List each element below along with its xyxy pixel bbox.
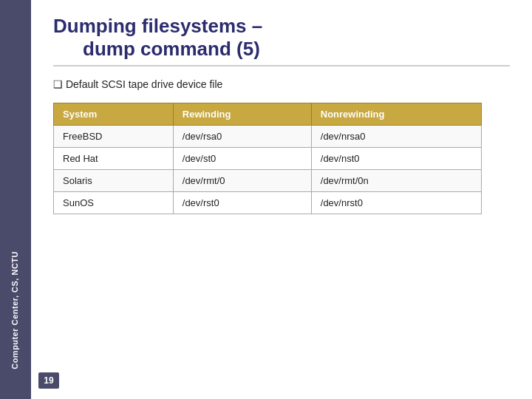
table-cell: Red Hat <box>54 148 174 170</box>
sidebar: Computer Center, CS, NCTU <box>0 0 31 399</box>
table-row: SunOS/dev/rst0/dev/nrst0 <box>54 192 482 214</box>
col-system: System <box>54 103 174 126</box>
page-title: Dumping filesystems – dump command (5) <box>53 15 510 61</box>
table-cell: /dev/rmt/0 <box>173 170 311 192</box>
table-cell: /dev/st0 <box>173 148 311 170</box>
table-row: Red Hat/dev/st0/dev/nst0 <box>54 148 482 170</box>
col-nonrewinding: Nonrewinding <box>311 103 481 126</box>
table-cell: /dev/nrsa0 <box>311 126 481 148</box>
page-number: 19 <box>38 372 59 389</box>
main-content: Dumping filesystems – dump command (5) ❑… <box>31 0 532 399</box>
table-cell: /dev/nrst0 <box>311 192 481 214</box>
subtitle: ❑ Default SCSI tape drive device file <box>53 78 510 91</box>
table-cell: Solaris <box>54 170 174 192</box>
table-cell: /dev/rst0 <box>173 192 311 214</box>
filesystem-table: System Rewinding Nonrewinding FreeBSD/de… <box>53 103 482 214</box>
table-row: Solaris/dev/rmt/0/dev/rmt/0n <box>54 170 482 192</box>
title-divider <box>53 65 510 66</box>
table-cell: /dev/nst0 <box>311 148 481 170</box>
table-cell: SunOS <box>54 192 174 214</box>
col-rewinding: Rewinding <box>173 103 311 126</box>
table-cell: /dev/rmt/0n <box>311 170 481 192</box>
table-row: FreeBSD/dev/rsa0/dev/nrsa0 <box>54 126 482 148</box>
table-cell: FreeBSD <box>54 126 174 148</box>
table-cell: /dev/rsa0 <box>173 126 311 148</box>
sidebar-label: Computer Center, CS, NCTU <box>10 251 21 369</box>
